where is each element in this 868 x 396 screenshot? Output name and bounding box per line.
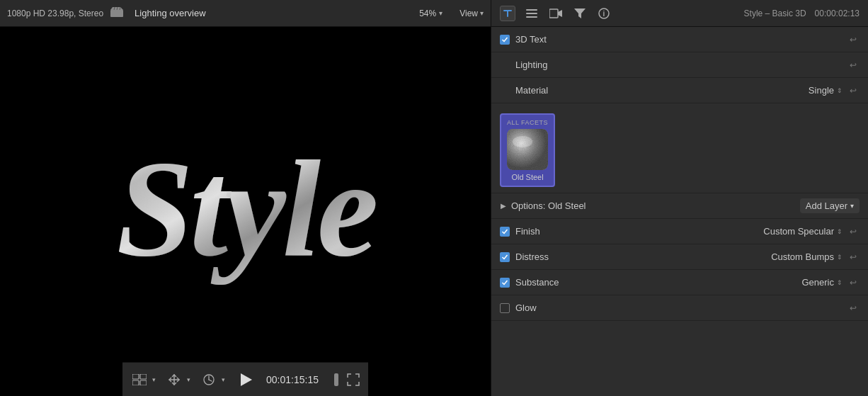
material-grid: ALL FACETS	[500, 113, 860, 187]
glow-checkbox[interactable]	[500, 303, 510, 313]
info-inspector-icon[interactable]: i	[596, 6, 612, 21]
material-value-text: Single	[809, 85, 834, 96]
3dtext-row: 3D Text ↩	[491, 27, 868, 52]
fullscreen-button[interactable]	[346, 372, 361, 387]
add-layer-chevron-icon: ▾	[850, 202, 854, 210]
options-row: ▶ Options: Old Steel Add Layer ▾	[491, 193, 868, 219]
playback-timecode: 00:01:15:15	[266, 374, 319, 385]
svg-rect-18	[132, 380, 139, 385]
view-button[interactable]: View ▾	[459, 9, 484, 18]
3dtext-checkbox[interactable]	[500, 35, 510, 45]
glow-label: Glow	[515, 302, 847, 313]
view-label: View	[459, 9, 478, 18]
add-layer-label: Add Layer	[806, 200, 847, 211]
distress-label: Distress	[515, 251, 771, 262]
svg-rect-0	[110, 10, 123, 17]
distress-updown-icon: ⇕	[837, 254, 843, 261]
clapper-icon	[110, 7, 123, 19]
swatch-facets-label: ALL FACETS	[507, 119, 548, 126]
transform-tool-button[interactable]	[164, 370, 184, 390]
lines-inspector-icon[interactable]	[524, 6, 539, 21]
finish-row: Finish Custom Specular ⇕ ↩	[491, 219, 868, 244]
material-updown-icon: ⇕	[837, 87, 843, 94]
glow-reset-button[interactable]: ↩	[847, 302, 860, 315]
svg-marker-10	[574, 9, 586, 18]
svg-point-25	[513, 136, 532, 147]
add-layer-button[interactable]: Add Layer ▾	[800, 198, 860, 213]
svg-rect-17	[140, 374, 147, 379]
inspector-panel: 3D Text ↩ Lighting ↩ Material Single ⇕ ↩…	[491, 27, 868, 396]
svg-rect-16	[132, 374, 139, 379]
top-bar: 1080p HD 23.98p, Stereo Lighting overvie…	[0, 0, 868, 27]
svg-rect-24	[507, 129, 548, 170]
speed-chevron-icon: ▾	[222, 376, 225, 383]
inspector-icons: i	[500, 6, 612, 21]
material-label: Material	[500, 85, 809, 96]
zoom-control[interactable]: 54% ▾	[419, 9, 442, 18]
project-name[interactable]: Lighting overview	[135, 8, 205, 18]
material-swatch-old-steel[interactable]: ALL FACETS	[500, 113, 555, 187]
timecode: 00:00:02:13	[815, 9, 860, 18]
substance-label: Substance	[515, 277, 801, 288]
svg-rect-8	[549, 9, 558, 18]
top-bar-left: 1080p HD 23.98p, Stereo Lighting overvie…	[0, 7, 491, 19]
distress-row: Distress Custom Bumps ⇕ ↩	[491, 244, 868, 270]
lighting-row: Lighting ↩	[491, 52, 868, 78]
svg-rect-7	[526, 16, 537, 18]
text-inspector-icon[interactable]	[500, 6, 515, 21]
style-text-graphic: Style Style	[47, 64, 444, 326]
options-label: Options: Old Steel	[511, 200, 800, 211]
main-content: Style Style ▾	[0, 27, 868, 396]
lighting-reset-button[interactable]: ↩	[847, 59, 860, 72]
substance-updown-icon: ⇕	[837, 279, 843, 286]
substance-row: Substance Generic ⇕ ↩	[491, 270, 868, 295]
material-value[interactable]: Single ⇕	[809, 85, 843, 96]
video-canvas: Style Style	[0, 27, 491, 362]
zoom-chevron-icon: ▾	[439, 9, 442, 17]
format-info: 1080p HD 23.98p, Stereo	[7, 7, 123, 19]
lighting-label: Lighting	[500, 60, 847, 70]
distress-reset-button[interactable]: ↩	[847, 251, 860, 264]
view-mode-chevron-icon: ▾	[152, 376, 156, 383]
distress-checkbox[interactable]	[500, 252, 510, 262]
material-reset-button[interactable]: ↩	[847, 84, 860, 97]
substance-value[interactable]: Generic ⇕	[801, 277, 843, 288]
svg-marker-21	[241, 373, 252, 386]
distress-value-text: Custom Bumps	[771, 251, 834, 262]
swatch-name: Old Steel	[511, 173, 543, 181]
substance-value-text: Generic	[801, 277, 834, 288]
finish-label: Finish	[515, 226, 763, 237]
finish-checkbox[interactable]	[500, 227, 510, 237]
view-chevron-icon: ▾	[480, 9, 484, 17]
play-button[interactable]	[236, 370, 256, 390]
finish-updown-icon: ⇕	[837, 228, 843, 235]
svg-rect-6	[526, 13, 537, 14]
3dtext-label: 3D Text	[515, 34, 847, 45]
finish-value[interactable]: Custom Specular ⇕	[763, 226, 843, 237]
finish-reset-button[interactable]: ↩	[847, 225, 860, 238]
distress-value[interactable]: Custom Bumps ⇕	[771, 251, 843, 262]
material-row: Material Single ⇕ ↩	[491, 78, 868, 103]
bottom-controls: ▾ ▾ ▾	[122, 362, 368, 396]
transform-tool-chevron-icon: ▾	[187, 376, 190, 383]
scrubber-handle[interactable]	[334, 373, 338, 386]
svg-marker-9	[558, 10, 562, 17]
3dtext-reset-button[interactable]: ↩	[847, 33, 860, 46]
substance-reset-button[interactable]: ↩	[847, 276, 860, 289]
filter-inspector-icon[interactable]	[572, 6, 588, 21]
glow-row: Glow ↩	[491, 295, 868, 321]
video-inspector-icon[interactable]	[548, 6, 564, 21]
svg-rect-19	[140, 380, 147, 385]
speed-button[interactable]	[199, 370, 219, 390]
view-mode-button[interactable]	[130, 370, 149, 390]
finish-value-text: Custom Specular	[763, 226, 834, 237]
zoom-value: 54%	[419, 9, 436, 18]
top-bar-right: i Style – Basic 3D 00:00:02:13	[491, 6, 868, 21]
options-expand-button[interactable]: ▶	[500, 203, 507, 210]
svg-rect-5	[526, 9, 537, 11]
format-text: 1080p HD 23.98p, Stereo	[7, 9, 103, 18]
swatch-image	[507, 129, 548, 170]
style-label: Style – Basic 3D	[744, 9, 806, 18]
video-preview: Style Style ▾	[0, 27, 491, 396]
substance-checkbox[interactable]	[500, 278, 510, 288]
